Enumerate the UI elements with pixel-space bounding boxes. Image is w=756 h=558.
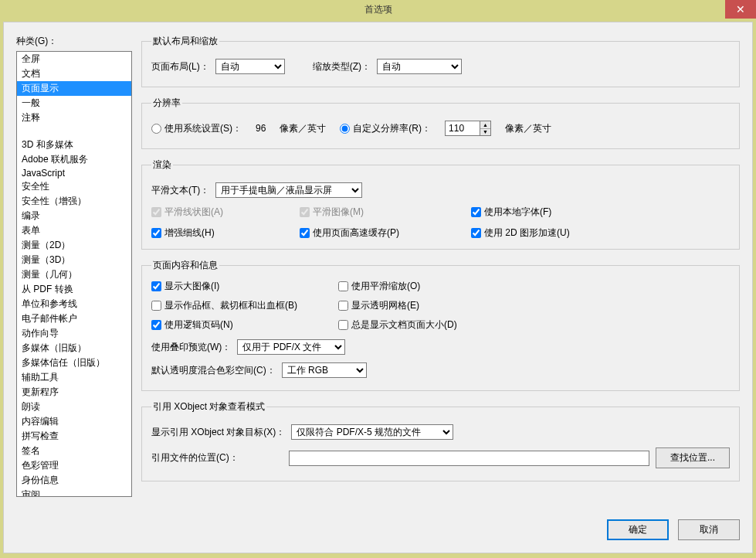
overprint-preview-label: 使用叠印预览(W)：	[151, 341, 231, 354]
category-item[interactable]: 文档	[17, 66, 131, 81]
category-item[interactable]: 3D 和多媒体	[17, 138, 131, 152]
show-large-images-checkbox[interactable]: 显示大图像(I)	[151, 280, 329, 293]
category-item[interactable]: 辅助工具	[17, 370, 131, 385]
category-item[interactable]: 动作向导	[17, 326, 131, 341]
show-transparency-grid-checkbox[interactable]: 显示透明网格(E)	[338, 299, 516, 312]
category-item[interactable]: 安全性	[17, 179, 131, 194]
category-item[interactable]: 内容编辑	[17, 414, 131, 429]
xobject-target-label: 显示引用 XObject 对象目标(X)：	[151, 426, 285, 439]
legend-page-content: 页面内容和信息	[151, 259, 219, 272]
category-item[interactable]: 审阅	[17, 488, 131, 497]
custom-resolution-input[interactable]	[445, 121, 480, 136]
use-smooth-zoom-checkbox[interactable]: 使用平滑缩放(O)	[338, 280, 516, 293]
overprint-preview-select[interactable]: 仅用于 PDF/X 文件	[237, 339, 345, 355]
category-item[interactable]: 一般	[17, 96, 131, 111]
category-item[interactable]: 注释	[17, 111, 131, 125]
file-location-label: 引用文件的位置(C)：	[151, 451, 283, 464]
resolution-unit-2: 像素／英寸	[505, 122, 551, 135]
category-item[interactable]: 电子邮件帐户	[17, 311, 131, 326]
category-item[interactable]: 安全性（增强）	[17, 194, 131, 209]
titlebar: 首选项 ✕	[0, 0, 756, 19]
group-page-content: 页面内容和信息 显示大图像(I) 使用平滑缩放(O) 显示作品框、裁切框和出血框…	[141, 259, 740, 391]
always-show-doc-size-checkbox[interactable]: 总是显示文档页面大小(D)	[338, 318, 516, 332]
category-item[interactable]: 多媒体信任（旧版）	[17, 356, 131, 370]
smooth-images-checkbox: 平滑图像(M)	[300, 206, 462, 219]
xobject-target-select[interactable]: 仅限符合 PDF/X-5 规范的文件	[291, 424, 453, 440]
close-button[interactable]: ✕	[725, 0, 756, 19]
window-body: 种类(G)： 全屏文档页面显示一般注释3D 和多媒体Adobe 联机服务Java…	[3, 22, 753, 553]
spinner-up-icon[interactable]: ▲	[480, 121, 490, 129]
use-2d-accel-checkbox[interactable]: 使用 2D 图形加速(U)	[471, 226, 610, 240]
legend-xobject: 引用 XObject 对象查看模式	[151, 400, 266, 413]
use-system-resolution-radio[interactable]: 使用系统设置(S)：	[151, 122, 242, 135]
use-logical-page-num-checkbox[interactable]: 使用逻辑页码(N)	[151, 318, 329, 332]
category-item[interactable]: 测量（几何）	[17, 267, 131, 282]
category-item[interactable]: 表单	[17, 223, 131, 238]
group-resolution: 分辨率 使用系统设置(S)： 96 像素／英寸 自定义分辨率(R)：	[141, 97, 740, 149]
content-panel: 默认布局和缩放 页面布局(L)： 自动 缩放类型(Z)： 自动 分辨率	[141, 35, 740, 515]
category-item[interactable]: Adobe 联机服务	[17, 152, 131, 167]
enhance-thin-lines-checkbox[interactable]: 增强细线(H)	[151, 226, 290, 240]
sidebar: 种类(G)： 全屏文档页面显示一般注释3D 和多媒体Adobe 联机服务Java…	[16, 35, 132, 515]
category-item[interactable]: 单位和参考线	[17, 297, 131, 311]
spinner-down-icon[interactable]: ▼	[480, 129, 490, 136]
category-item[interactable]: 色彩管理	[17, 458, 131, 473]
custom-resolution-spinner[interactable]: ▲ ▼	[445, 121, 491, 136]
transparency-blend-select[interactable]: 工作 RGB	[282, 362, 367, 378]
page-layout-label: 页面布局(L)：	[151, 60, 209, 73]
file-location-input[interactable]	[289, 451, 649, 466]
category-item[interactable]: 编录	[17, 209, 131, 223]
category-item[interactable]: 测量（3D）	[17, 253, 131, 267]
group-default-layout: 默认布局和缩放 页面布局(L)： 自动 缩放类型(Z)： 自动	[141, 35, 740, 87]
system-resolution-value: 96	[256, 123, 266, 134]
group-xobject: 引用 XObject 对象查看模式 显示引用 XObject 对象目标(X)： …	[141, 400, 740, 481]
category-item[interactable]: 朗读	[17, 400, 131, 414]
category-item[interactable]: 身份信息	[17, 473, 131, 488]
use-local-fonts-checkbox[interactable]: 使用本地字体(F)	[471, 206, 610, 219]
category-item[interactable]: 多媒体（旧版）	[17, 341, 131, 356]
category-item[interactable]: 签名	[17, 444, 131, 458]
window-title: 首选项	[364, 3, 392, 16]
zoom-type-select[interactable]: 自动	[377, 59, 462, 74]
legend-default-layout: 默认布局和缩放	[151, 35, 219, 48]
smooth-text-select[interactable]: 用于手提电脑／液晶显示屏	[215, 182, 362, 198]
sidebar-label: 种类(G)：	[16, 35, 132, 48]
show-art-box-checkbox[interactable]: 显示作品框、裁切框和出血框(B)	[151, 299, 329, 312]
dialog-footer: 确定 取消	[16, 519, 740, 540]
custom-resolution-radio[interactable]: 自定义分辨率(R)：	[340, 122, 431, 135]
category-item[interactable]: 拼写检查	[17, 429, 131, 444]
legend-resolution: 分辨率	[151, 97, 182, 110]
category-item[interactable]: 测量（2D）	[17, 238, 131, 253]
category-item[interactable]: 从 PDF 转换	[17, 282, 131, 297]
category-item[interactable]: 全屏	[17, 52, 131, 66]
legend-rendering: 渲染	[151, 158, 173, 172]
browse-location-button[interactable]: 查找位置...	[656, 447, 730, 468]
transparency-blend-label: 默认透明度混合色彩空间(C)：	[151, 364, 276, 377]
ok-button[interactable]: 确定	[607, 519, 669, 540]
group-rendering: 渲染 平滑文本(T)： 用于手提电脑／液晶显示屏 平滑线状图(A) 平滑图像(M…	[141, 158, 740, 250]
category-item[interactable]	[17, 125, 131, 138]
smooth-line-art-checkbox: 平滑线状图(A)	[151, 206, 290, 219]
cancel-button[interactable]: 取消	[678, 519, 740, 540]
zoom-type-label: 缩放类型(Z)：	[313, 60, 371, 73]
close-icon: ✕	[736, 3, 745, 15]
category-item[interactable]: 页面显示	[17, 81, 131, 96]
smooth-text-label: 平滑文本(T)：	[151, 184, 209, 197]
page-layout-select[interactable]: 自动	[215, 59, 285, 74]
category-item[interactable]: 更新程序	[17, 385, 131, 400]
category-item[interactable]: JavaScript	[17, 167, 131, 179]
category-list[interactable]: 全屏文档页面显示一般注释3D 和多媒体Adobe 联机服务JavaScript安…	[16, 51, 132, 497]
use-page-cache-checkbox[interactable]: 使用页面高速缓存(P)	[300, 226, 462, 240]
resolution-unit-1: 像素／英寸	[280, 122, 326, 135]
